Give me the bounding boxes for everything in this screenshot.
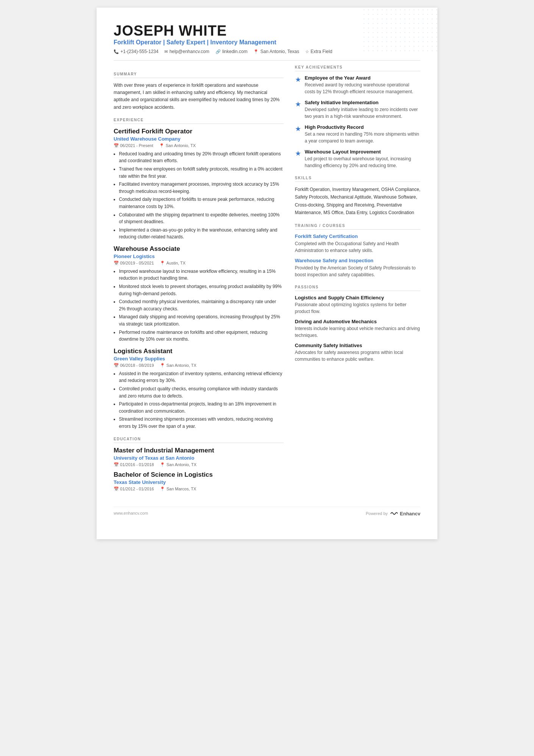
dots-decoration	[362, 8, 437, 53]
location-icon-1: 📍	[159, 143, 164, 148]
job-3-meta: 📅 06/2018 - 08/2019 📍 San Antonio, TX	[114, 363, 284, 368]
list-item: Performed routine maintenance on forklif…	[119, 329, 284, 343]
achievement-3-title: High Productivity Record	[305, 124, 421, 130]
job-2-date: 📅 09/2019 - 05/2021	[114, 261, 154, 266]
achievement-2-desc: Developed safety initiative leading to z…	[305, 106, 421, 120]
enhancv-logo-icon	[390, 511, 398, 516]
job-2: Warehouse Associate Pioneer Logistics 📅 …	[114, 245, 284, 343]
list-item: Controlled product quality checks, ensur…	[119, 385, 284, 399]
skills-label: SKILLS	[295, 176, 421, 182]
star-icon-1: ★	[295, 75, 301, 95]
powered-by-text: Powered by	[366, 511, 388, 516]
achievement-4-title: Warehouse Layout Improvement	[305, 149, 421, 155]
link-icon: 🔗	[215, 49, 221, 54]
education-2: Bachelor of Science in Logistics Texas S…	[114, 471, 284, 491]
star-icon-3: ★	[295, 125, 301, 144]
header-divider	[114, 60, 420, 61]
list-item: Conducted monthly physical inventories, …	[119, 298, 284, 312]
edu-2-school: Texas State University	[114, 479, 284, 485]
location-icon-edu1: 📍	[160, 462, 165, 467]
achievement-2-title: Safety Initiative Implementation	[305, 100, 421, 105]
training-1: Forklift Safety Certification Completed …	[295, 233, 421, 254]
location-icon-2: 📍	[160, 261, 165, 266]
contact-extra: ☆ Extra Field	[305, 49, 332, 54]
training-1-desc: Completed with the Occupational Safety a…	[295, 240, 421, 254]
achievement-3: ★ High Productivity Record Set a new rec…	[295, 124, 421, 144]
achievement-4: ★ Warehouse Layout Improvement Led proje…	[295, 149, 421, 169]
job-2-location: 📍 Austin, TX	[160, 261, 186, 266]
edu-2-date: 📅 01/2012 - 01/2016	[114, 487, 154, 491]
training-2-title: Warehouse Safety and Inspection	[295, 258, 421, 263]
summary-label: SUMMARY	[114, 72, 284, 78]
job-2-title: Warehouse Associate	[114, 245, 284, 253]
contact-location: 📍 San Antonio, Texas	[253, 49, 299, 54]
job-3-bullets: Assisted in the reorganization of invent…	[114, 370, 284, 430]
job-3-date: 📅 06/2018 - 08/2019	[114, 363, 154, 368]
achievement-1: ★ Employee of the Year Award Received aw…	[295, 75, 421, 95]
list-item: Collaborated with the shipping departmen…	[119, 211, 284, 225]
contact-phone: 📞 +1-(234)-555-1234	[114, 49, 158, 54]
passion-2: Driving and Automotive Mechanics Interes…	[295, 319, 421, 339]
enhancv-brand-name: Enhancv	[400, 511, 420, 517]
star-icon: ☆	[305, 49, 309, 54]
achievement-1-desc: Received award by reducing warehouse ope…	[305, 81, 421, 95]
passion-2-desc: Interests include learning about vehicle…	[295, 325, 421, 339]
edu-1-degree: Master of Industrial Management	[114, 447, 284, 454]
achievement-3-desc: Set a new record in handling 75% more sh…	[305, 131, 421, 144]
job-3: Logistics Assistant Green Valley Supplie…	[114, 347, 284, 430]
job-3-location: 📍 San Antonio, TX	[160, 363, 196, 368]
calendar-icon-3: 📅	[114, 363, 119, 368]
passion-2-title: Driving and Automotive Mechanics	[295, 319, 421, 324]
achievements-label: KEY ACHIEVEMENTS	[295, 65, 421, 71]
star-icon-4: ★	[295, 149, 301, 169]
job-2-bullets: Improved warehouse layout to increase wo…	[114, 268, 284, 343]
list-item: Conducted daily inspections of forklifts…	[119, 196, 284, 210]
list-item: Reduced loading and unloading times by 2…	[119, 150, 284, 164]
training-label: TRAINING / COURSES	[295, 224, 421, 230]
passion-1-title: Logistics and Supply Chain Efficiency	[295, 295, 421, 301]
calendar-icon-2: 📅	[114, 261, 119, 266]
list-item: Improved warehouse layout to increase wo…	[119, 268, 284, 282]
job-2-meta: 📅 09/2019 - 05/2021 📍 Austin, TX	[114, 261, 284, 266]
achievement-1-title: Employee of the Year Award	[305, 75, 421, 81]
location-icon-edu2: 📍	[160, 487, 165, 491]
list-item: Trained five new employees on forklift s…	[119, 166, 284, 180]
resume-footer: www.enhancv.com Powered by Enhancv	[114, 507, 420, 517]
passion-3: Community Safety Initiatives Advocates f…	[295, 343, 421, 363]
edu-1-school: University of Texas at San Antonio	[114, 455, 284, 461]
location-icon-3: 📍	[160, 363, 165, 368]
job-1: Certified Forklift Operator United Wareh…	[114, 128, 284, 241]
footer-website: www.enhancv.com	[114, 511, 148, 517]
job-1-location: 📍 San Antonio, TX	[159, 143, 195, 148]
education-label: EDUCATION	[114, 437, 284, 443]
job-1-meta: 📅 06/2021 - Present 📍 San Antonio, TX	[114, 143, 284, 148]
edu-2-meta: 📅 01/2012 - 01/2016 📍 San Marcos, TX	[114, 487, 284, 491]
job-2-company: Pioneer Logistics	[114, 254, 284, 259]
edu-1-date: 📅 01/2016 - 01/2018	[114, 462, 154, 467]
list-item: Facilitated inventory management process…	[119, 181, 284, 195]
list-item: Participated in cross-departmental proje…	[119, 401, 284, 415]
email-icon: ✉	[164, 49, 168, 54]
skills-text: Forklift Operation, Inventory Management…	[295, 186, 421, 217]
phone-icon: 📞	[114, 49, 119, 54]
right-column: KEY ACHIEVEMENTS ★ Employee of the Year …	[295, 65, 421, 495]
calendar-icon-edu2: 📅	[114, 487, 119, 491]
list-item: Monitored stock levels to prevent shorta…	[119, 283, 284, 297]
job-1-date: 📅 06/2021 - Present	[114, 143, 153, 148]
passion-1: Logistics and Supply Chain Efficiency Pa…	[295, 295, 421, 315]
achievement-2: ★ Safety Initiative Implementation Devel…	[295, 100, 421, 120]
two-column-layout: SUMMARY With over three years of experie…	[114, 65, 420, 495]
summary-text: With over three years of experience in f…	[114, 82, 284, 111]
contact-linkedin: 🔗 linkedin.com	[215, 49, 248, 54]
contact-email: ✉ help@enhancv.com	[164, 49, 209, 54]
training-2: Warehouse Safety and Inspection Provided…	[295, 258, 421, 278]
training-2-desc: Provided by the American Society of Safe…	[295, 265, 421, 278]
job-3-company: Green Valley Supplies	[114, 356, 284, 362]
edu-2-degree: Bachelor of Science in Logistics	[114, 471, 284, 479]
list-item: Implemented a clean-as-you-go policy in …	[119, 227, 284, 241]
location-icon: 📍	[253, 49, 259, 54]
education-1: Master of Industrial Management Universi…	[114, 447, 284, 467]
calendar-icon-1: 📅	[114, 143, 119, 148]
experience-label: EXPERIENCE	[114, 118, 284, 124]
achievement-4-desc: Led project to overhaul warehouse layout…	[305, 155, 421, 169]
